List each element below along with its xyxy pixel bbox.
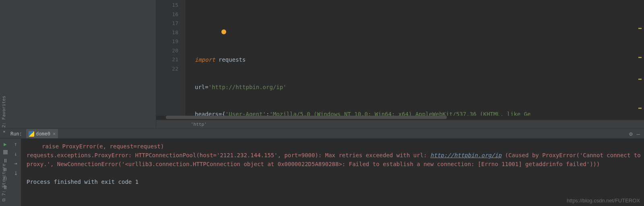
console-output[interactable]: raise ProxyError(e, request=request)requ… (21, 139, 644, 206)
rerun-icon[interactable]: ▶ (2, 141, 8, 147)
project-panel[interactable] (0, 0, 156, 129)
close-icon[interactable]: × (53, 131, 56, 137)
run-toolbar-secondary: ↑ ↓ ⇥ ⤓ (10, 139, 21, 206)
warning-marker-icon[interactable] (638, 108, 642, 109)
code-line[interactable]: headers={'User-Agent':'Mozilla/5.0 (Wind… (195, 110, 644, 116)
editor: 15 16 17 18 19 20 21 22 import requests … (156, 0, 644, 129)
line-number: 21 (156, 55, 178, 65)
line-number: 15 (156, 1, 178, 10)
console-link[interactable]: http://httpbin.org/ip (430, 152, 502, 158)
pause-icon[interactable]: ⏸ (2, 158, 8, 163)
string: 'http://httpbin.org/ip' (208, 84, 287, 90)
run-panel: Run: dome0 × ⚙ — ▶ ⏸ ⊞ ⎙ 🗑 ↑ ↓ ⇥ ⤓ raise… (0, 129, 644, 206)
warning-marker-icon[interactable] (638, 28, 642, 29)
code-line[interactable]: import requests (195, 55, 644, 65)
watermark: https://blog.csdn.net/FUTEROX (567, 198, 640, 204)
code-content[interactable]: import requests url='http://httpbin.org/… (185, 0, 644, 116)
console-line: requests.exceptions.ProxyError: HTTPConn… (27, 152, 430, 158)
python-icon (29, 131, 34, 137)
horizontal-scrollbar[interactable] (166, 116, 634, 120)
keyword: import (195, 56, 215, 63)
scroll-icon[interactable]: ⤓ (13, 170, 19, 176)
code-line[interactable] (195, 28, 644, 37)
line-number: 16 (156, 10, 178, 19)
line-number: 17 (156, 19, 178, 28)
error-stripe[interactable] (638, 1, 643, 116)
line-number: 22 (156, 65, 178, 74)
console-exit: Process finished with exit code 1 (27, 179, 138, 185)
sidebar-tab-favorites[interactable]: ★ 2: Favorites (1, 96, 6, 133)
console-line: raise ProxyError(e, request=request) (27, 142, 644, 151)
sidebar-tab-structure[interactable]: ⧉ 7: Structure (1, 164, 6, 202)
minimize-icon[interactable]: — (637, 131, 640, 137)
gear-icon[interactable]: ⚙ (629, 131, 632, 137)
run-tab[interactable]: dome0 × (26, 129, 58, 138)
run-tab-name: dome0 (36, 131, 50, 137)
code-line[interactable]: url='http://httpbin.org/ip' (195, 83, 644, 92)
string: 'Mozilla/5.0 (Windows NT 10.0; Win64; x6… (269, 111, 530, 116)
run-header: Run: dome0 × ⚙ — (0, 129, 644, 139)
warning-marker-icon[interactable] (638, 79, 642, 80)
line-number: 19 (156, 37, 178, 46)
breadcrumb[interactable]: 'http' (156, 120, 644, 129)
scrollbar-thumb[interactable] (166, 116, 447, 119)
line-number: 18 (156, 28, 178, 37)
identifier: requests (219, 56, 246, 63)
wrap-icon[interactable]: ⇥ (13, 160, 19, 166)
line-number: 20 (156, 46, 178, 56)
gutter[interactable]: 15 16 17 18 19 20 21 22 (156, 0, 185, 116)
stop-icon[interactable] (3, 150, 8, 154)
up-arrow-icon[interactable]: ↑ (13, 141, 19, 147)
run-label: Run: (10, 131, 22, 137)
down-arrow-icon[interactable]: ↓ (13, 151, 19, 156)
intention-bulb-icon[interactable] (221, 29, 226, 34)
warning-marker-icon[interactable] (638, 57, 642, 58)
string: 'User-Agent' (225, 111, 266, 116)
